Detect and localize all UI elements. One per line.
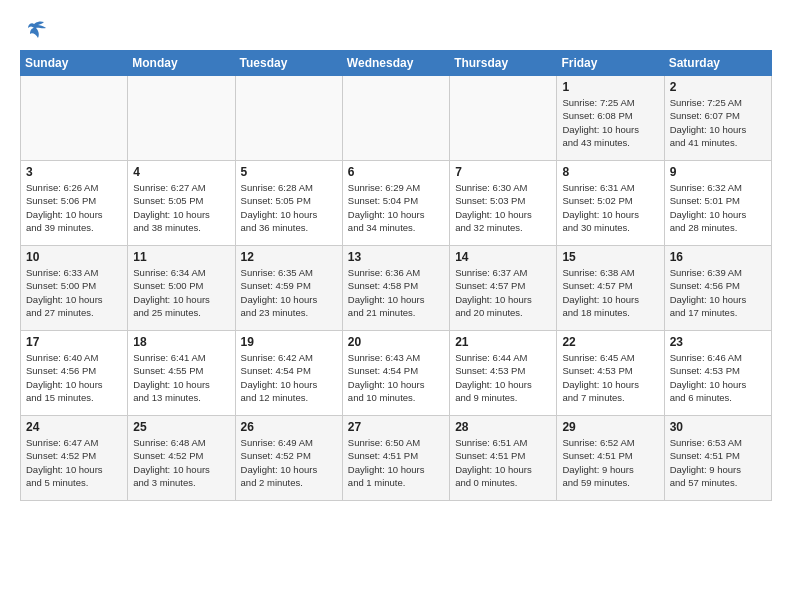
- calendar-cell: 3Sunrise: 6:26 AM Sunset: 5:06 PM Daylig…: [21, 161, 128, 246]
- day-info: Sunrise: 6:50 AM Sunset: 4:51 PM Dayligh…: [348, 436, 444, 489]
- day-number: 30: [670, 420, 766, 434]
- day-info: Sunrise: 7:25 AM Sunset: 6:08 PM Dayligh…: [562, 96, 658, 149]
- day-number: 25: [133, 420, 229, 434]
- calendar-cell: [342, 76, 449, 161]
- calendar-cell: 21Sunrise: 6:44 AM Sunset: 4:53 PM Dayli…: [450, 331, 557, 416]
- day-info: Sunrise: 6:37 AM Sunset: 4:57 PM Dayligh…: [455, 266, 551, 319]
- calendar-cell: 1Sunrise: 7:25 AM Sunset: 6:08 PM Daylig…: [557, 76, 664, 161]
- calendar: SundayMondayTuesdayWednesdayThursdayFrid…: [20, 50, 772, 501]
- day-number: 5: [241, 165, 337, 179]
- day-number: 20: [348, 335, 444, 349]
- day-info: Sunrise: 6:26 AM Sunset: 5:06 PM Dayligh…: [26, 181, 122, 234]
- calendar-cell: 18Sunrise: 6:41 AM Sunset: 4:55 PM Dayli…: [128, 331, 235, 416]
- calendar-cell: 17Sunrise: 6:40 AM Sunset: 4:56 PM Dayli…: [21, 331, 128, 416]
- calendar-weekday-friday: Friday: [557, 51, 664, 76]
- day-info: Sunrise: 6:31 AM Sunset: 5:02 PM Dayligh…: [562, 181, 658, 234]
- day-number: 28: [455, 420, 551, 434]
- calendar-cell: [21, 76, 128, 161]
- calendar-cell: 13Sunrise: 6:36 AM Sunset: 4:58 PM Dayli…: [342, 246, 449, 331]
- calendar-cell: 19Sunrise: 6:42 AM Sunset: 4:54 PM Dayli…: [235, 331, 342, 416]
- logo-bird-icon: [20, 20, 48, 42]
- day-number: 3: [26, 165, 122, 179]
- day-number: 9: [670, 165, 766, 179]
- day-number: 24: [26, 420, 122, 434]
- calendar-weekday-tuesday: Tuesday: [235, 51, 342, 76]
- page: SundayMondayTuesdayWednesdayThursdayFrid…: [0, 0, 792, 511]
- day-number: 27: [348, 420, 444, 434]
- calendar-cell: 5Sunrise: 6:28 AM Sunset: 5:05 PM Daylig…: [235, 161, 342, 246]
- day-info: Sunrise: 6:43 AM Sunset: 4:54 PM Dayligh…: [348, 351, 444, 404]
- calendar-cell: 30Sunrise: 6:53 AM Sunset: 4:51 PM Dayli…: [664, 416, 771, 501]
- day-info: Sunrise: 6:46 AM Sunset: 4:53 PM Dayligh…: [670, 351, 766, 404]
- day-info: Sunrise: 6:27 AM Sunset: 5:05 PM Dayligh…: [133, 181, 229, 234]
- day-number: 23: [670, 335, 766, 349]
- calendar-cell: 2Sunrise: 7:25 AM Sunset: 6:07 PM Daylig…: [664, 76, 771, 161]
- day-number: 12: [241, 250, 337, 264]
- day-info: Sunrise: 6:28 AM Sunset: 5:05 PM Dayligh…: [241, 181, 337, 234]
- calendar-cell: 22Sunrise: 6:45 AM Sunset: 4:53 PM Dayli…: [557, 331, 664, 416]
- calendar-cell: 15Sunrise: 6:38 AM Sunset: 4:57 PM Dayli…: [557, 246, 664, 331]
- calendar-weekday-thursday: Thursday: [450, 51, 557, 76]
- calendar-cell: 28Sunrise: 6:51 AM Sunset: 4:51 PM Dayli…: [450, 416, 557, 501]
- day-info: Sunrise: 6:34 AM Sunset: 5:00 PM Dayligh…: [133, 266, 229, 319]
- day-number: 22: [562, 335, 658, 349]
- day-number: 10: [26, 250, 122, 264]
- day-number: 26: [241, 420, 337, 434]
- day-number: 19: [241, 335, 337, 349]
- day-number: 13: [348, 250, 444, 264]
- day-number: 8: [562, 165, 658, 179]
- calendar-cell: 29Sunrise: 6:52 AM Sunset: 4:51 PM Dayli…: [557, 416, 664, 501]
- day-number: 17: [26, 335, 122, 349]
- calendar-cell: 8Sunrise: 6:31 AM Sunset: 5:02 PM Daylig…: [557, 161, 664, 246]
- day-info: Sunrise: 6:35 AM Sunset: 4:59 PM Dayligh…: [241, 266, 337, 319]
- day-number: 15: [562, 250, 658, 264]
- day-info: Sunrise: 6:33 AM Sunset: 5:00 PM Dayligh…: [26, 266, 122, 319]
- calendar-week-2: 3Sunrise: 6:26 AM Sunset: 5:06 PM Daylig…: [21, 161, 772, 246]
- day-info: Sunrise: 6:44 AM Sunset: 4:53 PM Dayligh…: [455, 351, 551, 404]
- day-info: Sunrise: 6:51 AM Sunset: 4:51 PM Dayligh…: [455, 436, 551, 489]
- day-info: Sunrise: 6:38 AM Sunset: 4:57 PM Dayligh…: [562, 266, 658, 319]
- calendar-cell: 9Sunrise: 6:32 AM Sunset: 5:01 PM Daylig…: [664, 161, 771, 246]
- day-number: 4: [133, 165, 229, 179]
- calendar-cell: 16Sunrise: 6:39 AM Sunset: 4:56 PM Dayli…: [664, 246, 771, 331]
- day-info: Sunrise: 6:49 AM Sunset: 4:52 PM Dayligh…: [241, 436, 337, 489]
- calendar-header-row: SundayMondayTuesdayWednesdayThursdayFrid…: [21, 51, 772, 76]
- calendar-cell: [235, 76, 342, 161]
- calendar-cell: 27Sunrise: 6:50 AM Sunset: 4:51 PM Dayli…: [342, 416, 449, 501]
- calendar-week-4: 17Sunrise: 6:40 AM Sunset: 4:56 PM Dayli…: [21, 331, 772, 416]
- day-info: Sunrise: 6:45 AM Sunset: 4:53 PM Dayligh…: [562, 351, 658, 404]
- day-number: 29: [562, 420, 658, 434]
- calendar-cell: 7Sunrise: 6:30 AM Sunset: 5:03 PM Daylig…: [450, 161, 557, 246]
- day-info: Sunrise: 6:42 AM Sunset: 4:54 PM Dayligh…: [241, 351, 337, 404]
- calendar-cell: 20Sunrise: 6:43 AM Sunset: 4:54 PM Dayli…: [342, 331, 449, 416]
- day-number: 7: [455, 165, 551, 179]
- calendar-cell: 10Sunrise: 6:33 AM Sunset: 5:00 PM Dayli…: [21, 246, 128, 331]
- day-info: Sunrise: 6:53 AM Sunset: 4:51 PM Dayligh…: [670, 436, 766, 489]
- calendar-cell: 24Sunrise: 6:47 AM Sunset: 4:52 PM Dayli…: [21, 416, 128, 501]
- day-info: Sunrise: 6:39 AM Sunset: 4:56 PM Dayligh…: [670, 266, 766, 319]
- calendar-week-5: 24Sunrise: 6:47 AM Sunset: 4:52 PM Dayli…: [21, 416, 772, 501]
- day-number: 21: [455, 335, 551, 349]
- day-info: Sunrise: 6:32 AM Sunset: 5:01 PM Dayligh…: [670, 181, 766, 234]
- day-info: Sunrise: 6:36 AM Sunset: 4:58 PM Dayligh…: [348, 266, 444, 319]
- calendar-cell: 14Sunrise: 6:37 AM Sunset: 4:57 PM Dayli…: [450, 246, 557, 331]
- day-number: 16: [670, 250, 766, 264]
- calendar-cell: [128, 76, 235, 161]
- calendar-cell: 6Sunrise: 6:29 AM Sunset: 5:04 PM Daylig…: [342, 161, 449, 246]
- day-info: Sunrise: 6:41 AM Sunset: 4:55 PM Dayligh…: [133, 351, 229, 404]
- calendar-cell: 26Sunrise: 6:49 AM Sunset: 4:52 PM Dayli…: [235, 416, 342, 501]
- day-info: Sunrise: 6:47 AM Sunset: 4:52 PM Dayligh…: [26, 436, 122, 489]
- logo: [20, 20, 52, 42]
- day-info: Sunrise: 7:25 AM Sunset: 6:07 PM Dayligh…: [670, 96, 766, 149]
- day-number: 18: [133, 335, 229, 349]
- day-number: 6: [348, 165, 444, 179]
- day-info: Sunrise: 6:52 AM Sunset: 4:51 PM Dayligh…: [562, 436, 658, 489]
- calendar-weekday-sunday: Sunday: [21, 51, 128, 76]
- calendar-cell: 12Sunrise: 6:35 AM Sunset: 4:59 PM Dayli…: [235, 246, 342, 331]
- calendar-weekday-saturday: Saturday: [664, 51, 771, 76]
- calendar-week-1: 1Sunrise: 7:25 AM Sunset: 6:08 PM Daylig…: [21, 76, 772, 161]
- calendar-weekday-wednesday: Wednesday: [342, 51, 449, 76]
- day-number: 2: [670, 80, 766, 94]
- calendar-cell: 11Sunrise: 6:34 AM Sunset: 5:00 PM Dayli…: [128, 246, 235, 331]
- day-info: Sunrise: 6:48 AM Sunset: 4:52 PM Dayligh…: [133, 436, 229, 489]
